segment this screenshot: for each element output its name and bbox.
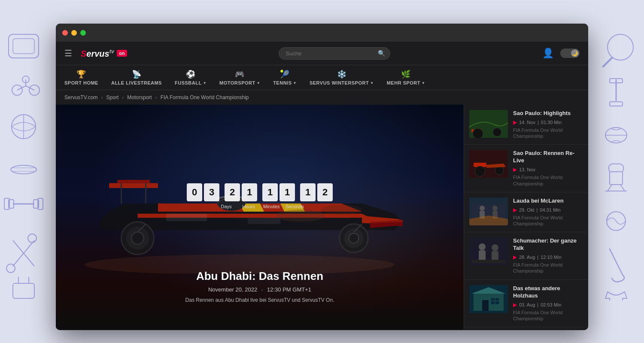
breadcrumb-sep-1: › [101,94,103,100]
nav-motorsport-label: MOTORSPORT [219,80,255,85]
svg-rect-27 [610,79,623,83]
svg-point-69 [480,206,485,211]
desktop-background: 1 ☰ Servustv o [0,0,644,343]
sidebar-category-schumacher: FIA Formula One World Championship [513,262,583,274]
svg-line-36 [610,249,623,275]
hero-time-text: 12:30 PM GMT+1 [267,286,311,293]
svg-point-76 [492,244,498,251]
hero-title: Abu Dhabi: Das Rennen [97,270,423,283]
svg-point-51 [131,232,144,244]
search-input[interactable] [279,47,390,60]
search-icon: 🔍 [378,50,385,57]
hamburger-menu-icon[interactable]: ☰ [64,48,72,58]
sidebar-info-schumacher: Schumacher: Der ganze Talk ▶ 28. Aug | 1… [513,237,583,274]
sidebar-date-lauda: 29. Okt [519,207,534,212]
svg-point-57 [276,209,325,222]
svg-rect-21 [13,283,34,298]
nav-tennis[interactable]: 🎾 TENNIS ▼ [273,70,297,85]
sidebar-thumb-lauda [469,197,508,225]
svg-point-24 [608,34,633,60]
nav-mehr-sport-label: MEHR SPORT [387,80,420,85]
countdown-sep-3 [297,183,298,201]
countdown-day-tens: 0 [187,183,202,201]
header-right: 👤 🌙 [542,48,580,59]
sidebar-info-lauda: Lauda bei McLaren ▶ 29. Okt | 04:31 Min … [513,197,583,227]
svg-rect-1 [13,39,34,54]
svg-rect-47 [248,218,280,224]
svg-point-3 [12,85,22,95]
motorsport-icon: 🎮 [235,70,245,79]
hours-label: Hours [241,204,256,209]
sidebar-item-sao-paulo-highlights[interactable]: Sao Paulo: Highlights ▶ 14. Nov | 01:30 … [464,105,588,145]
svg-line-25 [603,58,612,67]
svg-line-18 [13,240,34,266]
logo[interactable]: Servustv on [81,48,127,59]
breadcrumb-home-link[interactable]: ServusTV.com [64,94,98,100]
countdown-sec-tens: 1 [300,183,316,201]
right-decoration: 1 [588,0,644,343]
svg-rect-28 [610,102,623,106]
svg-rect-46 [166,214,207,221]
chevron-down-icon-mehr: ▼ [422,81,425,85]
sidebar-category-lauda: FIA Formula One World Championship [513,215,583,227]
minutes-label: Minutes [263,204,279,209]
svg-line-32 [608,185,612,191]
sidebar-category-sao-paulo-rennen: FIA Formula One World Championship [513,174,583,187]
svg-point-29 [605,127,627,143]
sidebar-info-holzhaus: Das etwas andere Holzhaus ▶ 03. Aug | 02… [513,285,583,322]
nav-motorsport[interactable]: 🎮 MOTORSPORT ▼ [219,70,260,85]
days-label: Days [219,204,234,209]
user-account-icon[interactable]: 👤 [542,48,554,59]
minimize-button[interactable] [71,30,77,36]
sidebar-meta-sao-paulo-highlights: ▶ 14. Nov | 01:30 Min [513,119,583,125]
close-button[interactable] [62,30,68,36]
soccer-icon: ⚽ [186,70,196,79]
sidebar-thumb-sao-paulo-rennen [469,150,508,178]
sidebar-meta-lauda: ▶ 29. Okt | 04:31 Min [513,207,583,213]
play-icon-4: ▶ [513,254,517,260]
svg-rect-0 [9,34,39,58]
dark-mode-toggle[interactable]: 🌙 [560,49,580,58]
svg-point-10 [11,165,36,174]
countdown-sep-1 [221,183,223,201]
sidebar-thumb-schumacher [469,237,508,265]
nav-sport-home[interactable]: 🏆 SPORT HOME [64,70,98,85]
svg-point-35 [607,212,626,231]
sidebar-duration-lauda: 04:31 Min [540,207,560,212]
nav-fussball-label: FUSSBALL [175,80,202,85]
breadcrumb-sport-link[interactable]: Sport [106,94,119,100]
svg-point-62 [493,128,501,137]
svg-point-54 [349,233,358,243]
sidebar-thumb-holzhaus [469,285,508,313]
sidebar-item-schumacher[interactable]: Schumacher: Der ganze Talk ▶ 28. Aug | 1… [464,232,588,279]
wintersport-icon: ❄️ [337,70,347,79]
play-icon-3: ▶ [513,207,517,213]
nav-sport-home-label: SPORT HOME [64,80,98,85]
sidebar-date-sao-paulo-highlights: 14. Nov [519,120,535,125]
nav-wintersport[interactable]: ❄️ SERVUS WINTERSPORT ▼ [310,70,374,85]
svg-rect-42 [109,183,158,188]
countdown-labels: Days Hours Minutes Seconds [219,204,301,209]
sidebar-item-holzhaus[interactable]: Das etwas andere Holzhaus ▶ 03. Aug | 02… [464,280,588,327]
seconds-label: Seconds [286,204,301,209]
nav-alle-livestreams[interactable]: 📡 ALLE LIVESTREAMS [111,70,162,85]
sidebar-item-sao-paulo-rennen[interactable]: Sao Paulo: Rennen Re-Live ▶ 13. Nov FIA … [464,145,588,192]
sidebar-item-lauda[interactable]: Lauda bei McLaren ▶ 29. Okt | 04:31 Min … [464,192,588,232]
svg-rect-31 [610,172,623,185]
svg-rect-11 [11,168,36,171]
nav-mehr-sport[interactable]: 🌿 MEHR SPORT ▼ [387,70,425,85]
hero-date-text: November 20, 2022 [208,286,257,293]
sidebar-duration-schumacher: 12:10 Min [541,255,561,260]
play-icon-2: ▶ [513,167,517,173]
breadcrumb-motorsport-link[interactable]: Motorsport [127,94,152,100]
trophy-icon: 🏆 [76,70,86,79]
sidebar-info-sao-paulo-highlights: Sao Paulo: Highlights ▶ 14. Nov | 01:30 … [513,110,583,139]
svg-point-65 [475,166,485,176]
countdown-area: 0 3 2 1 1 1 1 2 D [187,183,333,209]
sidebar-meta-holzhaus: ▶ 03. Aug | 02:53 Min [513,302,583,308]
sidebar-category-sao-paulo-highlights: FIA Formula One World Championship [513,127,583,140]
maximize-button[interactable] [80,30,86,36]
left-decoration [0,0,56,343]
nav-fussball[interactable]: ⚽ FUSSBALL ▼ [175,70,207,85]
sidebar-title-sao-paulo-highlights: Sao Paulo: Highlights [513,110,583,117]
